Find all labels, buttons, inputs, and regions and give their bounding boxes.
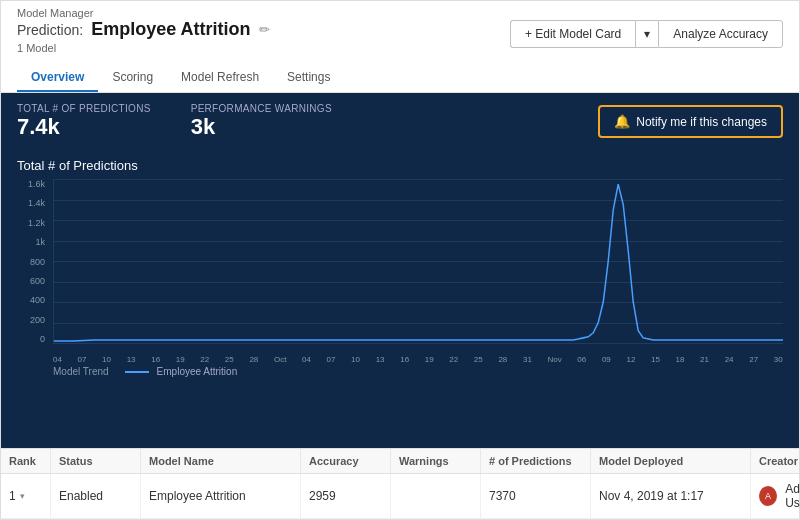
- total-predictions-value: 7.4k: [17, 114, 151, 140]
- cell-accuracy: 2959: [301, 474, 391, 518]
- legend-model-trend-label: Model Trend: [53, 366, 109, 377]
- prediction-title: Prediction: Employee Attrition ✏: [17, 19, 270, 40]
- header-actions: + Edit Model Card ▾ Analyze Accuracy: [510, 20, 783, 48]
- total-predictions-label: Total # of Predictions: [17, 103, 151, 114]
- cell-predictions: 7370: [481, 474, 591, 518]
- cell-status: Enabled: [51, 474, 141, 518]
- chart-plot: [53, 179, 783, 344]
- bell-icon: 🔔: [614, 114, 630, 129]
- notify-label: Notify me if this changes: [636, 115, 767, 129]
- prediction-label: Prediction:: [17, 22, 83, 38]
- app-header: Model Manager Prediction: Employee Attri…: [1, 1, 799, 93]
- y-label: 200: [30, 315, 45, 325]
- y-axis: 1.6k 1.4k 1.2k 1k 800 600 400 200 0: [17, 179, 49, 344]
- cell-model-name: Employee Attrition: [141, 474, 301, 518]
- y-label: 600: [30, 276, 45, 286]
- rank-dropdown-icon[interactable]: ▾: [20, 491, 25, 501]
- y-label: 1.6k: [28, 179, 45, 189]
- cell-warnings: [391, 474, 481, 518]
- col-header-rank: Rank: [1, 449, 51, 473]
- y-label: 400: [30, 295, 45, 305]
- left-header: Model Manager Prediction: Employee Attri…: [17, 7, 270, 60]
- model-count: 1 Model: [17, 42, 270, 54]
- x-axis-labels: 04 07 10 13 16 19 22 25 28 Oct 04 07 10 …: [53, 355, 783, 364]
- cell-rank: 1 ▾: [1, 474, 51, 518]
- col-header-deployed: Model Deployed: [591, 449, 751, 473]
- tab-settings[interactable]: Settings: [273, 64, 344, 92]
- tab-scoring[interactable]: Scoring: [98, 64, 167, 92]
- cell-creator: A Admin User: [751, 474, 800, 518]
- performance-warnings-value: 3k: [191, 114, 332, 140]
- table-section: Rank Status Model Name Accuracy Warnings…: [1, 448, 799, 519]
- y-label: 1.4k: [28, 198, 45, 208]
- y-label: 0: [40, 334, 45, 344]
- tab-model-refresh[interactable]: Model Refresh: [167, 64, 273, 92]
- chart-area: 1.6k 1.4k 1.2k 1k 800 600 400 200 0: [17, 179, 783, 364]
- model-manager-label: Model Manager: [17, 7, 270, 19]
- dropdown-button[interactable]: ▾: [635, 20, 658, 48]
- chart-legend: Model Trend Employee Attrition: [17, 366, 783, 377]
- metrics-group: Total # of Predictions 7.4k Performance …: [17, 103, 332, 140]
- prediction-name: Employee Attrition: [91, 19, 250, 40]
- chart-section: Total # of Predictions 1.6k 1.4k 1.2k 1k…: [1, 150, 799, 448]
- analyze-accuracy-button[interactable]: Analyze Accuracy: [658, 20, 783, 48]
- col-header-accuracy: Accuracy: [301, 449, 391, 473]
- tabs: Overview Scoring Model Refresh Settings: [17, 64, 783, 92]
- creator-name: Admin User: [785, 482, 800, 510]
- col-header-creator: Creator: [751, 449, 800, 473]
- y-label: 1k: [35, 237, 45, 247]
- y-label: 1.2k: [28, 218, 45, 228]
- creator-avatar: A: [759, 486, 777, 506]
- y-label: 800: [30, 257, 45, 267]
- col-header-warnings: Warnings: [391, 449, 481, 473]
- metrics-panel: Total # of Predictions 7.4k Performance …: [1, 93, 799, 150]
- col-header-model-name: Model Name: [141, 449, 301, 473]
- col-header-predictions: # of Predictions: [481, 449, 591, 473]
- chart-title: Total # of Predictions: [17, 158, 783, 173]
- cell-deployed: Nov 4, 2019 at 1:17: [591, 474, 751, 518]
- tab-overview[interactable]: Overview: [17, 64, 98, 92]
- performance-warnings-metric: Performance Warnings 3k: [191, 103, 332, 140]
- legend-line-indicator: [125, 371, 149, 373]
- app-container: Model Manager Prediction: Employee Attri…: [0, 0, 800, 520]
- table-header-row: Rank Status Model Name Accuracy Warnings…: [1, 449, 799, 474]
- table-row: 1 ▾ Enabled Employee Attrition 2959 7370…: [1, 474, 799, 519]
- line-chart-svg: [54, 179, 783, 343]
- total-predictions-metric: Total # of Predictions 7.4k: [17, 103, 151, 140]
- legend-line-label: Employee Attrition: [157, 366, 238, 377]
- edit-model-card-button[interactable]: + Edit Model Card: [510, 20, 635, 48]
- performance-warnings-label: Performance Warnings: [191, 103, 332, 114]
- col-header-status: Status: [51, 449, 141, 473]
- notify-button[interactable]: 🔔 Notify me if this changes: [598, 105, 783, 138]
- edit-pencil-icon[interactable]: ✏: [259, 22, 270, 37]
- title-bar: Model Manager Prediction: Employee Attri…: [17, 7, 783, 60]
- rank-value: 1: [9, 489, 16, 503]
